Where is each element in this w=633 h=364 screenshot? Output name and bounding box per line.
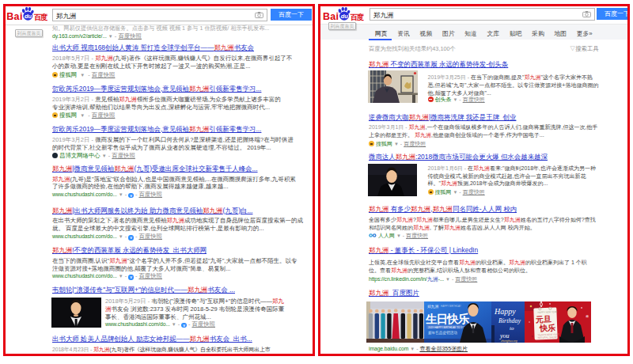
svg-text:to: to [510,325,514,332]
svg-text:生日快乐: 生日快乐 [425,313,470,325]
svg-text:NATURAL SHOW: NATURAL SHOW [538,336,557,339]
svg-text:zhonghua.org: zhonghua.org [500,339,517,343]
svg-text:百度: 百度 [350,13,364,21]
svg-text:Bai: Bai [6,11,22,22]
svg-text:you: you [499,332,510,339]
svg-text:Happy: Happy [494,307,516,316]
svg-text:新年售品促销活动: 新年售品促销活动 [428,330,457,336]
svg-text:du: du [340,13,348,20]
svg-text:郑九洲: 郑九洲 [427,305,439,309]
svg-text:元旦: 元旦 [535,315,552,324]
svg-text:HAPPY BIRTHDAY: HAPPY BIRTHDAY [441,305,461,308]
svg-text:du: du [25,13,32,20]
svg-text:Bai: Bai [323,11,339,22]
svg-text:百度: 百度 [34,13,48,21]
svg-text:快乐: 快乐 [539,324,555,333]
svg-text:2019 HAPPY BIRTHDAY TO YOU: 2019 HAPPY BIRTHDAY TO YOU [428,326,467,329]
svg-text:Birthday: Birthday [498,317,521,324]
